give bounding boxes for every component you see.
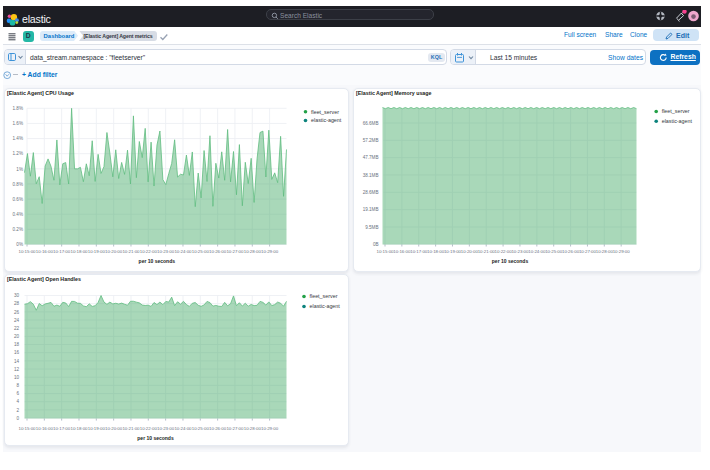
svg-text:0%: 0% <box>16 242 23 247</box>
svg-text:0.6%: 0.6% <box>13 197 23 202</box>
svg-text:12: 12 <box>14 367 20 372</box>
svg-text:10:25:00: 10:25:00 <box>192 249 210 254</box>
svg-text:66.6MB: 66.6MB <box>362 121 378 126</box>
svg-text:19.1MB: 19.1MB <box>362 207 378 212</box>
svg-text:10:21:00: 10:21:00 <box>122 426 140 431</box>
svg-text:9.5MB: 9.5MB <box>365 225 378 230</box>
svg-text:10:28:00: 10:28:00 <box>244 249 262 254</box>
svg-text:[Elastic Agent] Open Handles: [Elastic Agent] Open Handles <box>7 276 81 282</box>
svg-text:10:18:00: 10:18:00 <box>70 249 88 254</box>
svg-text:elastic-agent: elastic-agent <box>661 118 692 124</box>
svg-text:[Elastic Agent] CPU Usage: [Elastic Agent] CPU Usage <box>7 90 74 96</box>
svg-text:38.1MB: 38.1MB <box>362 173 378 178</box>
svg-text:10:24:00: 10:24:00 <box>528 249 546 254</box>
svg-text:22: 22 <box>14 326 20 331</box>
svg-text:10: 10 <box>14 375 20 380</box>
svg-text:1.6%: 1.6% <box>13 121 23 126</box>
svg-text:10:16:00: 10:16:00 <box>393 249 411 254</box>
svg-text:10:20:00: 10:20:00 <box>105 426 123 431</box>
svg-text:10:20:00: 10:20:00 <box>460 249 478 254</box>
svg-text:per 10 seconds: per 10 seconds <box>137 435 174 441</box>
svg-text:10:21:00: 10:21:00 <box>122 249 140 254</box>
svg-text:elastic-agent: elastic-agent <box>310 303 341 309</box>
svg-text:0: 0 <box>16 416 19 421</box>
svg-text:fleet_server: fleet_server <box>310 293 338 299</box>
svg-text:1.4%: 1.4% <box>13 136 23 141</box>
svg-text:10:22:00: 10:22:00 <box>140 249 158 254</box>
svg-text:10:24:00: 10:24:00 <box>174 249 192 254</box>
svg-text:per 10 seconds: per 10 seconds <box>491 258 528 264</box>
svg-text:10:28:00: 10:28:00 <box>595 249 613 254</box>
svg-text:0.4%: 0.4% <box>13 212 23 217</box>
svg-text:10:19:00: 10:19:00 <box>88 426 106 431</box>
svg-text:20: 20 <box>14 334 20 339</box>
svg-text:10:29:00: 10:29:00 <box>612 249 630 254</box>
svg-text:0.8%: 0.8% <box>13 182 23 187</box>
svg-text:10:19:00: 10:19:00 <box>443 249 461 254</box>
svg-text:8: 8 <box>16 383 19 388</box>
svg-text:10:15:00: 10:15:00 <box>18 249 36 254</box>
svg-text:10:24:00: 10:24:00 <box>174 426 192 431</box>
svg-text:10:26:00: 10:26:00 <box>562 249 580 254</box>
svg-text:10:27:00: 10:27:00 <box>578 249 596 254</box>
svg-text:fleet_server: fleet_server <box>661 108 689 114</box>
svg-text:10:21:00: 10:21:00 <box>477 249 495 254</box>
svg-text:10:18:00: 10:18:00 <box>70 426 88 431</box>
svg-text:10:19:00: 10:19:00 <box>88 249 106 254</box>
svg-text:24: 24 <box>14 318 20 323</box>
svg-text:28.6MB: 28.6MB <box>362 190 378 195</box>
svg-text:1%: 1% <box>16 167 23 172</box>
svg-text:10:17:00: 10:17:00 <box>53 426 71 431</box>
svg-text:16: 16 <box>14 350 20 355</box>
svg-text:57.2MB: 57.2MB <box>362 138 378 143</box>
svg-text:10:22:00: 10:22:00 <box>140 426 158 431</box>
svg-text:4: 4 <box>16 399 19 404</box>
svg-text:per 10 seconds: per 10 seconds <box>139 258 176 264</box>
svg-text:30: 30 <box>14 293 20 298</box>
svg-text:10:26:00: 10:26:00 <box>209 426 227 431</box>
svg-text:6: 6 <box>16 391 19 396</box>
svg-text:10:17:00: 10:17:00 <box>53 249 71 254</box>
svg-text:10:25:00: 10:25:00 <box>192 426 210 431</box>
svg-text:10:15:00: 10:15:00 <box>18 426 36 431</box>
svg-text:10:15:00: 10:15:00 <box>376 249 394 254</box>
svg-text:elastic: elastic <box>22 13 52 25</box>
svg-text:10:27:00: 10:27:00 <box>226 249 244 254</box>
svg-text:0.2%: 0.2% <box>13 227 23 232</box>
svg-text:10:16:00: 10:16:00 <box>36 426 54 431</box>
svg-text:10:18:00: 10:18:00 <box>427 249 445 254</box>
svg-text:1.8%: 1.8% <box>13 106 23 111</box>
svg-text:1.2%: 1.2% <box>13 151 23 156</box>
svg-text:10:23:00: 10:23:00 <box>157 426 175 431</box>
svg-text:2: 2 <box>16 408 19 413</box>
svg-text:10:23:00: 10:23:00 <box>511 249 529 254</box>
svg-text:10:17:00: 10:17:00 <box>410 249 428 254</box>
svg-text:10:20:00: 10:20:00 <box>105 249 123 254</box>
svg-text:26: 26 <box>14 310 20 315</box>
svg-text:10:29:00: 10:29:00 <box>261 249 279 254</box>
svg-text:10:26:00: 10:26:00 <box>209 249 227 254</box>
svg-text:10:22:00: 10:22:00 <box>494 249 512 254</box>
svg-text:47.7MB: 47.7MB <box>362 155 378 160</box>
svg-text:10:28:00: 10:28:00 <box>244 426 262 431</box>
svg-text:14: 14 <box>14 359 20 364</box>
svg-text:elastic-agent: elastic-agent <box>311 117 342 123</box>
svg-text:28: 28 <box>14 301 20 306</box>
svg-text:18: 18 <box>14 342 20 347</box>
svg-text:10:27:00: 10:27:00 <box>226 426 244 431</box>
svg-text:[Elastic Agent] Memory usage: [Elastic Agent] Memory usage <box>356 90 432 96</box>
svg-text:10:25:00: 10:25:00 <box>545 249 563 254</box>
svg-text:10:16:00: 10:16:00 <box>36 249 54 254</box>
svg-text:0B: 0B <box>372 242 378 247</box>
svg-text:fleet_server: fleet_server <box>311 109 339 115</box>
svg-text:10:23:00: 10:23:00 <box>157 249 175 254</box>
svg-text:10:29:00: 10:29:00 <box>261 426 279 431</box>
